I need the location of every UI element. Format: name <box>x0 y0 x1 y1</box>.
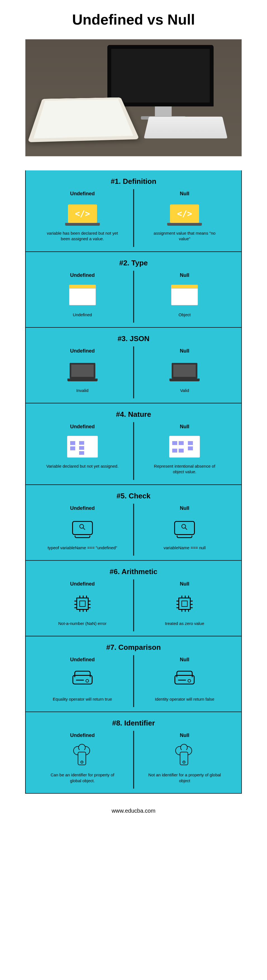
section-title: #2. Type <box>31 259 236 267</box>
grid-window-icon <box>169 436 200 458</box>
section-identifier: #8. Identifier Undefined Can be an ident… <box>25 712 242 794</box>
col-undefined: Undefined </> variable has been declared… <box>31 191 134 242</box>
window-icon <box>69 285 96 305</box>
col-head: Null <box>180 272 189 278</box>
section-arithmetic: #6. Arithmetic Undefined Not-a-number (N… <box>25 561 242 636</box>
col-head: Null <box>180 732 189 738</box>
section-title: #6. Arithmetic <box>31 567 236 576</box>
col-head: Undefined <box>70 272 95 278</box>
section-definition: #1. Definition Undefined </> variable ha… <box>25 170 242 252</box>
desc: Not-a-number (NaN) error <box>58 621 107 626</box>
laptop-icon <box>70 363 95 379</box>
col-head: Null <box>180 348 189 354</box>
hero-image <box>25 39 242 156</box>
stacked-drive-icon <box>72 675 93 684</box>
section-check: #5. Check Undefined typeof variableName … <box>25 485 242 561</box>
section-type: #2. Type Undefined Undefined Null Object <box>25 252 242 328</box>
col-head: Undefined <box>70 348 95 354</box>
monitor-graphic <box>107 45 214 107</box>
col-null: Null </> assignment value that means "no… <box>134 191 236 242</box>
desc: treated as zero value <box>165 621 204 626</box>
col-head: Null <box>180 191 189 197</box>
search-drive-icon <box>72 521 93 535</box>
col-head: Null <box>180 657 189 663</box>
col-head: Undefined <box>70 191 95 197</box>
search-drive-icon <box>174 521 195 535</box>
desc: Not an identifier for a property of glob… <box>148 772 221 784</box>
section-nature: #4. Nature Undefined Variable declared b… <box>25 403 242 485</box>
cpu-icon <box>178 598 191 610</box>
svg-point-0 <box>80 524 83 528</box>
svg-line-3 <box>185 528 187 530</box>
col-head: Undefined <box>70 424 95 430</box>
desc: variable has been declared but not yet b… <box>46 231 119 242</box>
desc: Object <box>179 312 191 318</box>
grid-window-icon <box>67 436 98 458</box>
cpu-icon <box>76 598 89 610</box>
phone-cloud-icon <box>73 746 92 765</box>
code-laptop-icon: </> <box>170 205 199 223</box>
section-title: #5. Check <box>31 492 236 500</box>
section-title: #7. Comparison <box>31 643 236 652</box>
tablet-graphic <box>28 97 139 143</box>
svg-line-1 <box>83 528 85 530</box>
desc: Equality operator will return true <box>53 697 112 702</box>
desc: Undefined <box>73 312 92 318</box>
desc: Invalid <box>76 388 88 393</box>
desc: Identity operator will return false <box>155 697 214 702</box>
col-head: Null <box>180 505 189 511</box>
desc: variableName === null <box>163 545 206 550</box>
col-head: Undefined <box>70 505 95 511</box>
laptop-icon <box>172 363 197 379</box>
section-title: #3. JSON <box>31 334 236 343</box>
page-title: Undefined vs Null <box>25 11 242 28</box>
desc: Represent intentional absence of object … <box>148 463 221 475</box>
keyboard-graphic <box>144 116 227 138</box>
stacked-drive-icon <box>174 675 195 684</box>
section-title: #8. Identifier <box>31 719 236 727</box>
section-comparison: #7. Comparison Undefined Equality operat… <box>25 636 242 712</box>
col-head: Null <box>180 581 189 587</box>
col-head: Undefined <box>70 657 95 663</box>
desc: Can be an identifier for property of glo… <box>46 772 119 784</box>
desc: Valid <box>180 388 189 393</box>
section-json: #3. JSON Undefined Invalid Null Valid <box>25 328 242 403</box>
desc: assignment value that means "no value" <box>148 231 221 242</box>
footer-text: www.educba.com <box>25 808 242 814</box>
col-head: Undefined <box>70 732 95 738</box>
window-icon <box>171 285 198 305</box>
col-head: Null <box>180 424 189 430</box>
desc: typeof variableName === "undefined" <box>48 545 117 550</box>
code-laptop-icon: </> <box>68 205 97 223</box>
desc: Variable declared but not yet assigned. <box>46 463 118 469</box>
section-title: #1. Definition <box>31 177 236 186</box>
section-title: #4. Nature <box>31 410 236 419</box>
phone-cloud-icon <box>175 746 194 765</box>
svg-point-2 <box>182 524 185 528</box>
col-head: Undefined <box>70 581 95 587</box>
